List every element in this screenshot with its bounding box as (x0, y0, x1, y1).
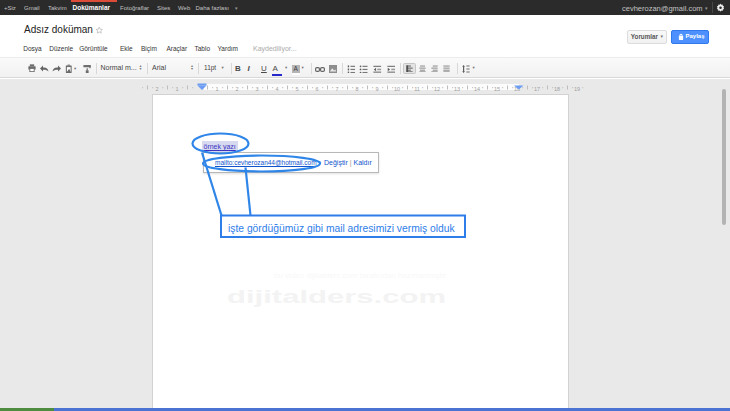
svg-text:19: 19 (574, 86, 580, 92)
svg-text:işte gördüğümüz gibi mail adre: işte gördüğümüz gibi mail adresimizi ver… (228, 223, 455, 234)
